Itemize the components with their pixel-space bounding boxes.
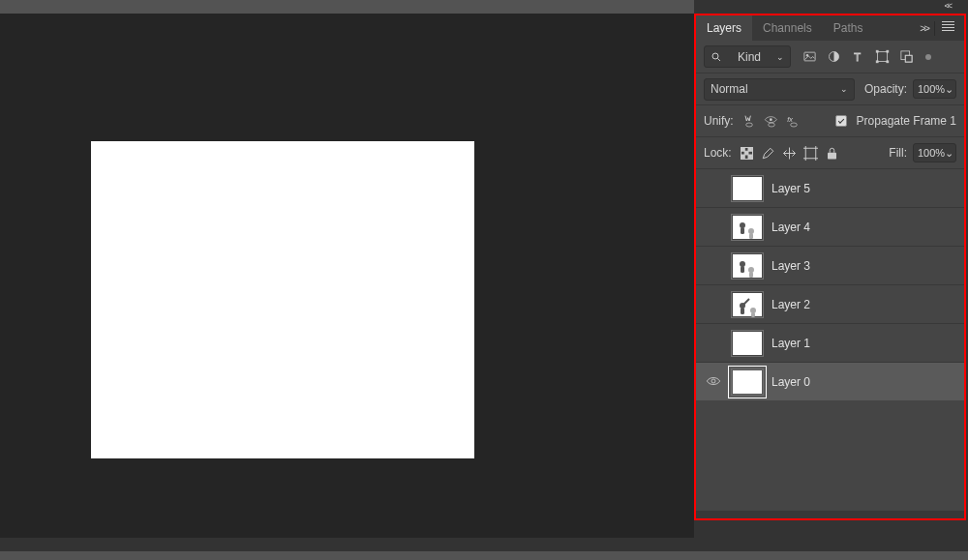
layer-list: Layer 5Layer 4Layer 3Layer 2Layer 1Layer… [696,168,964,400]
svg-rect-20 [741,155,744,159]
svg-rect-41 [741,308,744,314]
svg-point-0 [712,53,718,59]
svg-rect-43 [751,312,755,317]
unify-label: Unify: [704,114,734,128]
blend-mode-select[interactable]: Normal ⌄ [704,78,855,101]
lock-transparency-icon[interactable] [740,146,754,161]
unify-row: Unify: fx Propagate Frame 1 [696,104,964,136]
top-control-strip [0,0,694,14]
layer-row[interactable]: Layer 4 [696,207,964,246]
lock-position-icon[interactable] [782,146,797,161]
layer-name[interactable]: Layer 3 [771,259,810,273]
svg-rect-17 [741,147,744,151]
svg-rect-6 [878,52,888,62]
layer-thumbnail[interactable] [731,175,764,202]
lock-artboard-icon[interactable] [803,146,818,161]
svg-line-1 [718,58,721,61]
tab-layers[interactable]: Layers [696,15,752,41]
panel-menu-button[interactable] [935,19,964,37]
svg-rect-10 [887,61,889,63]
fill-input[interactable]: 100% ⌄ [913,143,956,162]
svg-rect-8 [887,50,889,52]
tab-paths[interactable]: Paths [823,15,874,41]
lock-all-icon[interactable] [825,146,839,161]
svg-rect-35 [749,233,753,239]
filter-icons: T [802,49,931,64]
fill-label: Fill: [889,146,907,160]
propagate-frame-checkbox[interactable] [835,115,847,127]
layer-name[interactable]: Layer 4 [771,221,810,234]
shape-layer-filter-icon[interactable] [875,49,890,64]
layer-thumbnail[interactable] [731,291,764,318]
filter-type-label: Kind [738,50,761,64]
layer-name[interactable]: Layer 0 [771,375,810,389]
fill-value: 100% [918,147,945,159]
visibility-toggle[interactable] [704,373,723,391]
svg-rect-2 [804,52,815,61]
svg-rect-37 [741,266,744,273]
chevron-down-icon: ⌄ [945,83,953,96]
svg-text:T: T [854,51,861,63]
layer-thumbnail[interactable] [731,330,764,357]
svg-rect-22 [805,148,816,159]
layer-thumbnail[interactable] [731,214,764,241]
document-canvas[interactable] [91,141,474,458]
filter-type-select[interactable]: Kind ⌄ [704,45,791,68]
smart-object-filter-icon[interactable] [899,49,914,64]
svg-rect-39 [749,272,753,278]
chevron-down-icon: ⌄ [776,52,784,62]
lock-row: Lock: Fill: 100% ⌄ [696,136,964,168]
opacity-value: 100% [918,83,945,95]
layer-name[interactable]: Layer 1 [771,337,810,350]
svg-rect-33 [741,227,744,234]
layer-row[interactable]: Layer 5 [696,168,964,207]
type-layer-filter-icon[interactable]: T [851,49,865,64]
chevron-down-icon: ⌄ [945,147,953,160]
unify-position-icon[interactable] [741,114,757,128]
layer-name[interactable]: Layer 5 [771,182,810,195]
adjustment-layer-filter-icon[interactable] [827,49,841,64]
canvas-area [0,14,694,538]
lock-pixels-icon[interactable] [761,146,775,161]
eye-icon [706,373,721,391]
svg-point-14 [770,118,772,121]
layer-thumbnail[interactable] [731,252,764,280]
svg-rect-31 [828,152,836,159]
search-icon [711,51,722,63]
layer-name[interactable]: Layer 2 [771,298,810,311]
layer-row[interactable]: Layer 3 [696,246,964,284]
blend-row: Normal ⌄ Opacity: 100% ⌄ [696,73,964,104]
layer-filter-row: Kind ⌄ T [696,41,964,73]
propagate-frame-label: Propagate Frame 1 [857,114,956,128]
blend-mode-value: Normal [711,82,748,96]
layer-thumbnail[interactable] [731,368,764,396]
layers-panel: Layers Channels Paths >> Kind ⌄ T [694,14,966,520]
opacity-input[interactable]: 100% ⌄ [913,79,956,99]
unify-style-icon[interactable]: fx [786,114,802,128]
panel-footer [696,511,964,518]
bottom-strip [0,551,968,560]
svg-rect-7 [876,50,878,52]
lock-label: Lock: [704,146,732,160]
svg-rect-18 [748,147,752,151]
unify-visibility-icon[interactable] [764,114,779,128]
tab-channels[interactable]: Channels [752,15,823,41]
svg-point-44 [711,379,715,383]
chevron-down-icon: ⌄ [840,84,848,94]
opacity-label: Opacity: [864,82,907,96]
filter-toggle-switch[interactable] [925,54,931,60]
svg-rect-9 [876,61,878,63]
svg-rect-19 [744,151,748,155]
layer-row[interactable]: Layer 1 [696,323,964,362]
hamburger-icon [942,19,954,33]
svg-rect-21 [748,155,752,159]
svg-rect-12 [905,55,912,62]
pixel-layer-filter-icon[interactable] [802,49,817,64]
layer-row[interactable]: Layer 2 [696,284,964,323]
layer-row[interactable]: Layer 0 [696,362,964,400]
collapse-panel-icon[interactable]: >> [914,22,934,34]
collapse-chevron-icon[interactable]: << [944,1,951,11]
panel-tabs: Layers Channels Paths >> [696,15,964,41]
